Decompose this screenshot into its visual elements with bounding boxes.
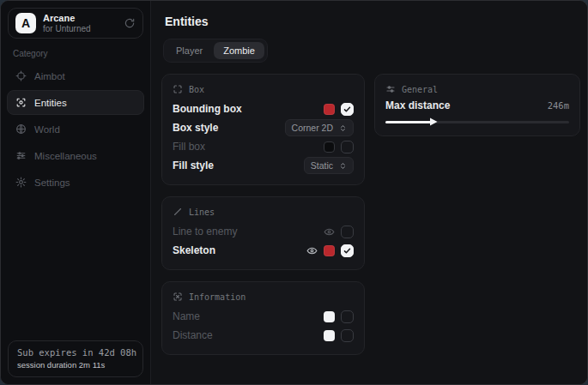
chevron-updown-icon	[339, 124, 347, 132]
tab-player[interactable]: Player	[167, 42, 212, 59]
sidebar-item-label: World	[34, 124, 60, 135]
sidebar-item-miscellaneous[interactable]: Miscellaneous	[7, 143, 144, 168]
setting-label: Name	[173, 310, 200, 322]
card-title: General	[402, 85, 438, 94]
max-distance-value: 246m	[548, 100, 569, 111]
setting-row-max-distance: Max distance 246m	[385, 99, 569, 111]
setting-label: Box style	[173, 122, 218, 134]
crosshair-icon	[15, 70, 27, 81]
setting-row-fill-style: Fill style Static	[173, 156, 354, 175]
refresh-icon[interactable]	[124, 17, 136, 29]
setting-row-distance: Distance	[173, 326, 354, 345]
card-title: Lines	[189, 208, 215, 217]
setting-label: Max distance	[385, 99, 450, 111]
sidebar-item-settings[interactable]: Settings	[7, 170, 144, 195]
dropdown-value: Static	[311, 160, 333, 171]
check-icon	[343, 105, 351, 113]
entities-icon	[15, 97, 27, 108]
checkbox-line-to-enemy[interactable]	[341, 226, 354, 238]
checkbox-skeleton[interactable]	[341, 244, 354, 257]
setting-label: Distance	[173, 329, 213, 341]
setting-row-line-to-enemy: Line to enemy	[173, 222, 354, 241]
globe-icon	[15, 123, 27, 135]
main-panel: Entities Player Zombie Box	[151, 1, 588, 384]
sidebar-item-world[interactable]: World	[7, 117, 144, 141]
page-title: Entities	[165, 15, 580, 28]
session-duration-text: session duration 2m 11s	[17, 360, 134, 370]
setting-label: Line to enemy	[173, 226, 237, 238]
tab-zombie[interactable]: Zombie	[214, 42, 264, 59]
scan-box-icon	[173, 84, 183, 94]
sub-expires-text: Sub expires in 42d 08h	[17, 347, 134, 358]
card-title: Box	[189, 85, 204, 94]
setting-row-name: Name	[173, 307, 354, 326]
sidebar-item-label: Miscellaneous	[34, 151, 97, 161]
slider-thumb-arrow-icon[interactable]	[430, 117, 438, 126]
pencil-line-icon	[173, 207, 183, 217]
setting-label: Skeleton	[173, 244, 215, 256]
eye-icon[interactable]	[324, 226, 335, 238]
sidebar-item-label: Aimbot	[34, 71, 65, 81]
color-swatch[interactable]	[324, 141, 335, 153]
checkbox-bounding-box[interactable]	[341, 103, 354, 116]
subscription-card: Sub expires in 42d 08h session duration …	[8, 340, 143, 377]
card-title: Information	[189, 292, 246, 302]
setting-row-skeleton: Skeleton	[173, 241, 354, 260]
category-label: Category	[13, 49, 138, 58]
general-card: General Max distance 246m	[374, 74, 580, 136]
gear-icon	[15, 177, 27, 188]
box-style-dropdown[interactable]: Corner 2D	[285, 119, 354, 136]
color-swatch[interactable]	[324, 311, 335, 322]
adjustments-icon	[385, 84, 396, 94]
sidebar-item-label: Entities	[34, 98, 67, 108]
lines-card: Lines Line to enemy Skeleton	[161, 196, 365, 270]
checkbox-distance[interactable]	[341, 329, 354, 342]
color-swatch[interactable]	[324, 104, 335, 115]
max-distance-slider[interactable]	[385, 117, 569, 126]
color-swatch[interactable]	[324, 330, 335, 341]
sidebar-nav: Aimbot Entities World	[1, 63, 150, 195]
app-window: A Arcane for Unturned Category Aimbot	[0, 0, 588, 385]
entity-tabs: Player Zombie	[163, 39, 268, 63]
information-card: Information Name Distance	[161, 281, 365, 355]
app-logo: A	[15, 13, 36, 33]
sidebar-item-entities[interactable]: Entities	[7, 90, 144, 115]
check-icon	[343, 247, 351, 255]
fill-style-dropdown[interactable]: Static	[304, 157, 354, 174]
eye-icon[interactable]	[306, 245, 318, 256]
dropdown-value: Corner 2D	[292, 123, 333, 133]
color-swatch[interactable]	[324, 245, 335, 256]
sliders-icon	[15, 150, 27, 161]
box-card: Box Bounding box Box style	[161, 74, 365, 185]
sidebar-item-label: Settings	[34, 177, 70, 188]
slider-fill	[385, 121, 432, 123]
setting-label: Fill style	[173, 159, 214, 171]
brand-name: Arcane	[43, 13, 91, 24]
brand-card: A Arcane for Unturned	[8, 8, 143, 39]
chevron-updown-icon	[339, 162, 347, 170]
setting-row-box-style: Box style Corner 2D	[173, 118, 354, 137]
checkbox-fill-box[interactable]	[341, 141, 354, 153]
brand-subtitle: for Unturned	[43, 24, 91, 34]
setting-row-fill-box: Fill box	[173, 137, 354, 156]
information-icon	[173, 292, 183, 302]
sidebar: A Arcane for Unturned Category Aimbot	[1, 1, 151, 384]
setting-row-bounding-box: Bounding box	[173, 99, 354, 118]
checkbox-name[interactable]	[341, 310, 354, 323]
setting-label: Fill box	[173, 141, 205, 153]
setting-label: Bounding box	[173, 103, 242, 115]
sidebar-item-aimbot[interactable]: Aimbot	[7, 63, 144, 88]
